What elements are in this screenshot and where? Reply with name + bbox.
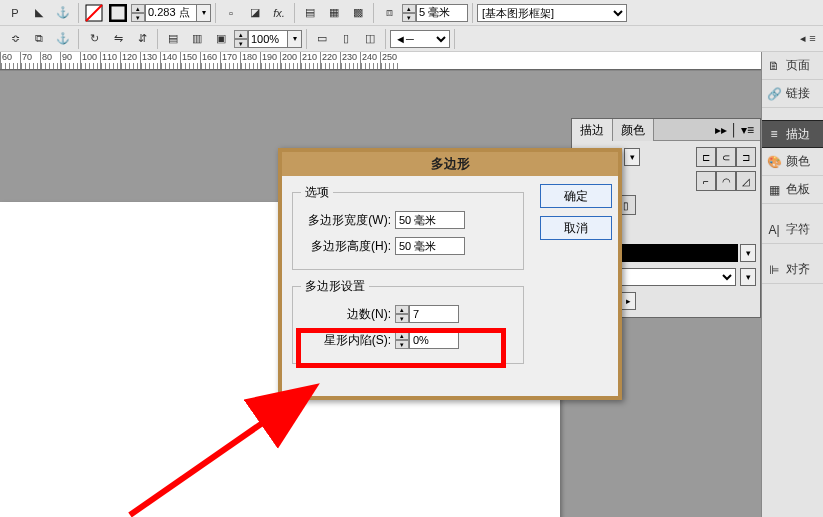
inset-input[interactable] [409, 331, 459, 349]
zoom-field[interactable]: ▴▾ ▾ [234, 30, 302, 48]
cancel-button[interactable]: 取消 [540, 216, 612, 240]
down-arrow-icon[interactable]: ▾ [234, 39, 248, 48]
panel-label: 对齐 [786, 261, 810, 278]
toolbar-row-1: P ◣ ⚓ ▴▾ ▾ ▫ ◪ fx. ▤ ▦ ▩ ⧈ ▴▾ [基本图形框架] [0, 0, 823, 26]
align-icon[interactable]: ▤ [162, 28, 184, 50]
chevron-right-icon[interactable]: ▸ [620, 292, 636, 310]
sides-spinner[interactable]: ▴▾ [395, 305, 459, 323]
distribute-icon[interactable]: ▥ [186, 28, 208, 50]
inset-spinner[interactable]: ▴▾ [395, 331, 459, 349]
separator [157, 29, 158, 49]
panel-tab-align[interactable]: ⊫对齐 [762, 256, 823, 284]
frame-icon[interactable]: ⧈ [378, 2, 400, 24]
separator [78, 3, 79, 23]
character-icon: A| [766, 222, 782, 238]
zoom-input[interactable] [248, 30, 288, 48]
polygon-width-input[interactable] [395, 211, 465, 229]
join-miter-button[interactable]: ⌐ [696, 171, 716, 191]
down-arrow-icon[interactable]: ▾ [395, 340, 409, 349]
panel-tab-page[interactable]: 🗎页面 [762, 52, 823, 80]
up-arrow-icon[interactable]: ▴ [131, 4, 145, 13]
up-arrow-icon[interactable]: ▴ [395, 305, 409, 314]
square-icon[interactable]: ▫ [220, 2, 242, 24]
wrap-shape-icon[interactable]: ▩ [347, 2, 369, 24]
up-arrow-icon[interactable]: ▴ [395, 331, 409, 340]
up-arrow-icon[interactable]: ▴ [402, 4, 416, 13]
panel-tab-links[interactable]: 🔗链接 [762, 80, 823, 108]
panel-tab-stroke[interactable]: ≡描边 [762, 120, 823, 148]
top-toolbars: P ◣ ⚓ ▴▾ ▾ ▫ ◪ fx. ▤ ▦ ▩ ⧈ ▴▾ [基本图形框架] [0, 0, 823, 71]
chevron-down-icon[interactable]: ▾ [197, 4, 211, 22]
frame-type-select[interactable]: [基本图形框架] [477, 4, 627, 22]
down-arrow-icon[interactable]: ▾ [395, 314, 409, 323]
tab-color[interactable]: 颜色 [613, 119, 654, 141]
crop1-icon[interactable]: ▭ [311, 28, 333, 50]
horizontal-ruler: 6070809010011012013014015016017018019020… [0, 52, 823, 70]
up-arrow-icon[interactable]: ▴ [234, 30, 248, 39]
collapse-icon[interactable]: ◂ ≡ [797, 28, 819, 50]
cap-butt-button[interactable]: ⊏ [696, 147, 716, 167]
down-arrow-icon[interactable]: ▾ [402, 13, 416, 22]
panel-label: 页面 [786, 57, 810, 74]
flip-h-icon[interactable]: ⇋ [107, 28, 129, 50]
chevron-down-icon[interactable]: ▾ [624, 148, 640, 166]
width-label: 多边形宽度(W): [301, 212, 391, 229]
sides-label: 边数(N): [301, 306, 391, 323]
stroke-weight-field[interactable]: ▴▾ ▾ [131, 4, 211, 22]
flip-v-icon[interactable]: ⇵ [131, 28, 153, 50]
stroke-swatch-icon[interactable] [107, 2, 129, 24]
fit-icon[interactable]: ▣ [210, 28, 232, 50]
crop3-icon[interactable]: ◫ [359, 28, 381, 50]
size-field[interactable]: ▴▾ [402, 4, 468, 22]
shadow-icon[interactable]: ◪ [244, 2, 266, 24]
ok-button[interactable]: 确定 [540, 184, 612, 208]
page-icon: 🗎 [766, 58, 782, 74]
rotate-icon[interactable]: ↻ [83, 28, 105, 50]
cap-round-button[interactable]: ⊂ [716, 147, 736, 167]
fx-icon[interactable]: fx. [268, 2, 290, 24]
anchor2-icon[interactable]: ⚓ [52, 28, 74, 50]
fill-swatch-icon[interactable] [83, 2, 105, 24]
chain-icon[interactable]: ⧉ [28, 28, 50, 50]
panel-collapse-icon[interactable]: ▸▸ │ ▾≡ [709, 119, 760, 141]
arrow-select[interactable]: ◄─ [390, 30, 450, 48]
separator [472, 3, 473, 23]
polygon-height-input[interactable] [395, 237, 465, 255]
panel-label: 颜色 [786, 153, 810, 170]
wrap-none-icon[interactable]: ▤ [299, 2, 321, 24]
separator [385, 29, 386, 49]
cap-proj-button[interactable]: ⊐ [736, 147, 756, 167]
tab-stroke[interactable]: 描边 [572, 119, 613, 141]
glyph-p-icon[interactable]: P [4, 2, 26, 24]
stroke-icon: ≡ [766, 126, 782, 142]
join-round-button[interactable]: ◠ [716, 171, 736, 191]
panel-label: 描边 [786, 126, 810, 143]
sides-input[interactable] [409, 305, 459, 323]
stroke-weight-input[interactable] [145, 4, 197, 22]
chevron-down-icon[interactable]: ▾ [740, 268, 756, 286]
chevron-down-icon[interactable]: ▾ [288, 30, 302, 48]
separator [78, 29, 79, 49]
anchor-icon[interactable]: ⚓ [52, 2, 74, 24]
down-arrow-icon[interactable]: ▾ [131, 13, 145, 22]
panel-label: 字符 [786, 221, 810, 238]
panel-tab-character[interactable]: A|字符 [762, 216, 823, 244]
chevron-down-icon[interactable]: ▾ [740, 244, 756, 262]
panel-tab-color[interactable]: 🎨颜色 [762, 148, 823, 176]
wrap-bound-icon[interactable]: ▦ [323, 2, 345, 24]
inset-label: 星形内陷(S): [301, 332, 391, 349]
corner-icon[interactable]: ◣ [28, 2, 50, 24]
panel-tab-swatches[interactable]: ▦色板 [762, 176, 823, 204]
join-bevel-button[interactable]: ◿ [736, 171, 756, 191]
polygon-settings-group: 多边形设置 边数(N): ▴▾ 星形内陷(S): ▴▾ [292, 278, 524, 364]
pin-icon[interactable]: ≎ [4, 28, 26, 50]
separator [215, 3, 216, 23]
panel-label: 链接 [786, 85, 810, 102]
crop2-icon[interactable]: ▯ [335, 28, 357, 50]
size-input[interactable] [416, 4, 468, 22]
toolbar-row-2: ≎ ⧉ ⚓ ↻ ⇋ ⇵ ▤ ▥ ▣ ▴▾ ▾ ▭ ▯ ◫ ◄─ ◂ ≡ [0, 26, 823, 52]
link-icon: 🔗 [766, 86, 782, 102]
height-label: 多边形高度(H): [301, 238, 391, 255]
separator [306, 29, 307, 49]
svg-rect-2 [110, 5, 126, 21]
